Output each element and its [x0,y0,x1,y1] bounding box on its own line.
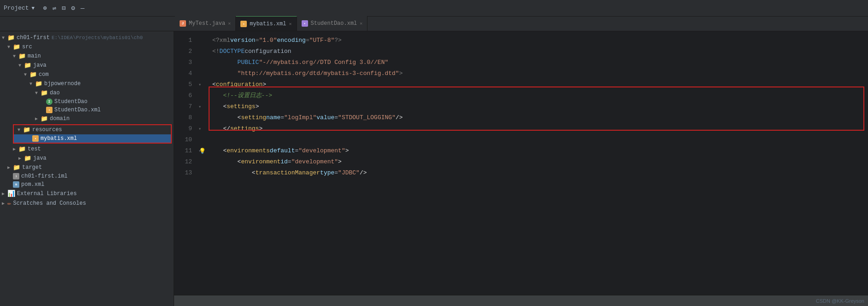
arrow-bjpowernode: ▼ [29,81,35,87]
sync-icon[interactable]: ⇌ [52,3,57,13]
code-line-7: <settings> [212,101,861,112]
folder-resources-icon: 📁 [23,126,30,133]
tree-label-bjpowernode: bjpowernode [44,81,81,87]
arrow-resources: ▼ [17,127,23,133]
pom-icon: m [13,181,19,188]
tree-label-iml: ch01-first.iml [21,173,68,179]
code-line-4: "http://mybatis.org/dtd/mybatis-3-config… [212,68,861,79]
tree-item-pom[interactable]: m pom.xml [0,180,174,189]
tree-item-studentdao-java[interactable]: I StudentDao [0,98,174,106]
collapse-icon[interactable]: ⊟ [61,3,66,13]
tree-item-main[interactable]: ▼ 📁 main [0,52,174,61]
new-window-icon[interactable]: ⊕ [42,3,47,13]
folder-main-icon: 📁 [18,52,26,60]
minimize-icon[interactable]: — [80,4,85,13]
arrow-java: ▼ [18,63,24,68]
code-line-2: <!DOCTYPE configuration [212,46,861,57]
code-line-11: <environments default="development"> [212,145,861,156]
code-line-5: <configuration> [212,79,861,90]
tab-studentdao-label: StudentDao.xml [311,20,357,27]
arrow-main: ▼ [13,54,18,59]
tree-label-java-test: java [33,155,47,162]
tree-label-dao: dao [50,90,60,96]
tab-mytest-label: MyTest.java [189,20,225,27]
tree-item-dao[interactable]: ▼ 📁 dao [0,88,174,98]
title-bar-icons: ⊕ ⇌ ⊟ ⚙ — [42,3,85,13]
tree-item-bjpowernode[interactable]: ▼ 📁 bjpowernode [0,79,174,88]
folder-target-icon: 📁 [13,164,20,171]
folder-dao-icon: 📁 [41,89,48,97]
tab-mytest[interactable]: J MyTest.java ✕ [175,16,236,31]
tree-item-src[interactable]: ▼ 📁 src [0,42,174,52]
tree-item-com[interactable]: ▼ 📁 com [0,70,174,79]
fold-icon-5[interactable]: ▾ [198,82,201,87]
tree-item-studentdao-xml[interactable]: ✦ StudentDao.xml [0,106,174,114]
tree-label-com: com [39,71,49,78]
tree-label-domain: domain [50,115,70,122]
folder-java-icon: 📁 [24,62,31,69]
tree-item-java-test[interactable]: ▶ 📁 java [0,154,174,163]
tab-mytest-close[interactable]: ✕ [228,21,231,26]
tree-item-resources[interactable]: ▼ 📁 resources [14,125,171,134]
gutter: ▾ ▾ ▾ ▾ 💡 [195,31,205,295]
code-line-12: <environment id="development"> [212,156,861,167]
folder-domain-icon: 📁 [41,115,48,122]
tree-label-studentdao-java: StudentDao [54,98,87,105]
code-line-10 [212,134,861,145]
folder-java-test-icon: 📁 [24,155,31,162]
tab-mybatis[interactable]: ✦ mybatis.xml ✕ [236,16,297,31]
mybatis-xml-icon: ✦ [240,21,247,27]
arrow-java-test: ▶ [18,156,24,161]
tree-item-iml[interactable]: i ch01-first.iml [0,172,174,180]
folder-bjpowernode-icon: 📁 [35,80,42,87]
tree-item-test[interactable]: ▶ 📁 test [0,144,174,154]
fold-icon-7[interactable]: ▾ [198,104,201,110]
tree-item-java[interactable]: ▼ 📁 java [0,61,174,70]
tree-item-scratches[interactable]: ▶ ✏ Scratches and Consoles [0,198,174,208]
arrow-test: ▶ [13,146,18,152]
code-line-9: </settings> [212,123,861,134]
tree-item-domain[interactable]: ▶ 📁 domain [0,114,174,123]
tabs-bar: J MyTest.java ✕ ✦ mybatis.xml ✕ ✦ Studen… [0,17,868,31]
main-area: ▼ 📁 ch01-first E:\IDEA\Projects\mybatis0… [0,31,868,306]
arrow-domain: ▶ [35,116,41,121]
tab-mybatis-close[interactable]: ✕ [289,21,291,27]
project-label: Project [4,5,29,12]
studentdao-xml-icon: ✦ [302,20,308,27]
fold-icon-9[interactable]: ▾ [198,126,201,132]
arrow-com: ▼ [24,72,29,77]
tab-studentdao-close[interactable]: ✕ [360,21,362,26]
project-dropdown-arrow[interactable]: ▼ [32,6,35,11]
code-editor[interactable]: <?xml version="1.0" encoding="UTF-8" ?> … [205,31,868,295]
arrow-src: ▼ [7,45,13,50]
code-container: 1 2 3 4 5 6 7 8 9 10 11 12 13 [174,31,868,295]
tree-label-target: target [22,164,42,171]
folder-src-icon: 📁 [13,43,20,51]
java-file-icon: J [180,20,186,27]
tab-studentdao[interactable]: ✦ StudentDao.xml ✕ [297,16,368,31]
arrow-scratches: ▶ [2,201,7,206]
external-libs-icon: 📊 [7,190,15,197]
editor-area: 1 2 3 4 5 6 7 8 9 10 11 12 13 [174,31,868,306]
code-line-1: <?xml version="1.0" encoding="UTF-8" ?> [212,35,861,46]
mybatis-xml-file-icon: ✦ [32,135,39,142]
resources-redbox: ▼ 📁 resources ✦ mybatis.xml [13,124,172,144]
tree-label-external-libs: External Libraries [17,191,77,197]
status-bar: CSDN @KK-Greyson [174,295,868,306]
tree-label-ch01-first: ch01-first [17,35,50,41]
tree-item-target[interactable]: ▶ 📁 target [0,163,174,172]
tree-item-ch01-first[interactable]: ▼ 📁 ch01-first E:\IDEA\Projects\mybatis0… [0,33,174,42]
module-icon: 📁 [7,34,15,41]
tree-item-mybatis-xml[interactable]: ✦ mybatis.xml [14,134,171,143]
tree-item-external-libs[interactable]: ▶ 📊 External Libraries [0,189,174,198]
settings-icon[interactable]: ⚙ [70,3,76,13]
arrow-external-libs: ▶ [2,191,7,196]
tree-label-java: java [33,62,47,69]
tree-label-resources: resources [32,127,62,133]
arrow-target: ▶ [7,165,13,170]
tree-label-src: src [22,44,32,50]
code-line-8: <setting name="logImpl" value="STDOUT_LO… [212,112,861,123]
sidebar: ▼ 📁 ch01-first E:\IDEA\Projects\mybatis0… [0,31,174,306]
tab-mybatis-label: mybatis.xml [250,21,286,27]
iml-icon: i [13,173,19,179]
